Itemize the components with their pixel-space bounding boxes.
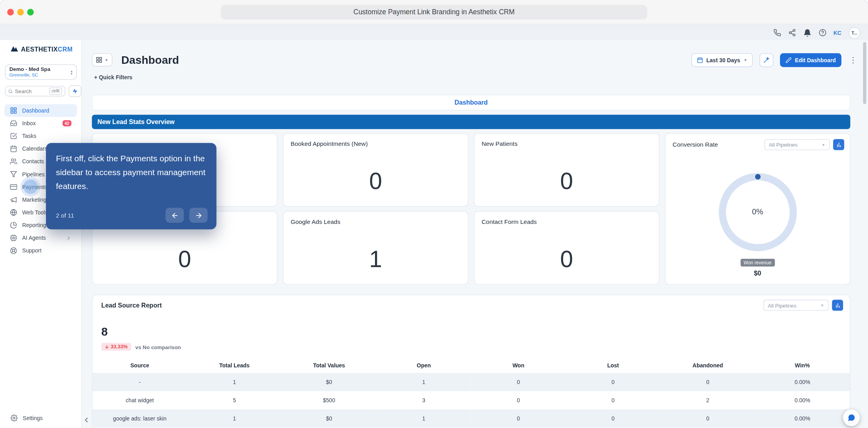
zoom-window-button[interactable]	[27, 9, 34, 15]
table-cell: 0	[566, 373, 661, 391]
tutorial-back-button[interactable]	[166, 208, 184, 223]
inbox-icon	[10, 120, 17, 127]
web-tools-globe-icon	[10, 209, 17, 216]
user-initials-badge[interactable]: KC	[834, 30, 841, 36]
calendar-icon	[10, 145, 17, 152]
tutorial-popover: First off, click the Payments option in …	[46, 143, 217, 229]
edit-dashboard-label: Edit Dashboard	[795, 57, 836, 63]
table-row: - 1 $0 1 0 0 0 0.00%	[92, 373, 849, 391]
table-cell: 0.00%	[755, 373, 850, 391]
column-header: Lost	[566, 358, 661, 373]
table-cell: -	[92, 373, 187, 391]
sidebar-item-label: AI Agents	[22, 235, 46, 241]
table-cell: 5	[187, 391, 282, 409]
app-window: Customize Payment Link Branding in Aesth…	[0, 0, 868, 428]
scrollbar-thumb[interactable]	[863, 42, 866, 104]
magic-wand-button[interactable]	[760, 53, 773, 67]
table-cell: $500	[282, 391, 377, 409]
contacts-users-icon	[10, 158, 17, 165]
main-content: ▼ Dashboard Last 30 Days ▼ Edit Dashboar…	[82, 40, 868, 428]
select-chevrons-icon: ▴▾	[71, 69, 73, 75]
column-header: Total Leads	[187, 358, 282, 373]
collapse-sidebar-button[interactable]	[82, 416, 90, 426]
sidebar-item-label: Pipelines	[22, 171, 45, 177]
notifications-bell-icon[interactable]	[803, 29, 811, 37]
chart-settings-button[interactable]	[832, 300, 843, 311]
pipelines-select-value: All Pipelines	[768, 302, 796, 308]
quick-filters-button[interactable]: + Quick Filters	[94, 74, 133, 80]
sidebar-item-label: Calendars	[22, 146, 48, 152]
stat-value: 0	[92, 246, 277, 273]
sidebar-item-inbox[interactable]: Inbox 42	[4, 117, 77, 130]
table-cell: 0.00%	[755, 391, 850, 409]
stat-title: Google Ads Leads	[291, 218, 341, 225]
table-row: chat widget 5 $500 3 0 0 2 0.00%	[92, 391, 849, 409]
column-header: Total Values	[282, 358, 377, 373]
table-cell: 1	[377, 409, 471, 428]
date-range-label: Last 30 Days	[706, 57, 740, 63]
tutorial-next-button[interactable]	[189, 208, 207, 223]
won-revenue-tooltip: Won revenue	[740, 259, 775, 267]
report-total-leads: 8	[101, 325, 108, 339]
tab-dashboard[interactable]: Dashboard	[455, 99, 488, 106]
table-cell: 0	[471, 409, 566, 428]
chevron-down-icon: ▼	[820, 303, 824, 307]
arrow-left-icon	[171, 211, 179, 219]
chat-widget-button[interactable]	[843, 409, 860, 426]
stat-card-google-ads-leads: Google Ads Leads 1	[283, 211, 468, 285]
tasks-check-icon	[10, 132, 17, 139]
lead-source-report-card: Lead Source Report All Pipelines ▼ 8 33.…	[92, 295, 850, 428]
sidebar-item-label: Tasks	[22, 133, 36, 139]
pipelines-select[interactable]: All Pipelines ▼	[765, 139, 830, 150]
sidebar-item-settings[interactable]: Settings	[11, 411, 43, 424]
change-percent: 33.33%	[111, 344, 128, 350]
search-box[interactable]: ctrlK	[5, 86, 65, 97]
edit-dashboard-button[interactable]: Edit Dashboard	[780, 53, 841, 67]
sidebar-item-support[interactable]: Support	[4, 245, 77, 257]
quick-actions-button[interactable]	[69, 85, 81, 97]
sidebar-item-dashboard[interactable]: Dashboard	[4, 104, 77, 117]
sidebar-item-ai-agents[interactable]: AI Agents	[4, 231, 77, 244]
chevron-right-icon	[66, 235, 71, 241]
minimize-window-button[interactable]	[17, 9, 24, 15]
more-options-kebab-icon[interactable]: ⋮	[849, 56, 857, 64]
column-header: Won	[471, 358, 566, 373]
bar-chart-icon	[836, 141, 841, 147]
table-cell: 0	[566, 391, 661, 409]
column-header: Abandoned	[661, 358, 755, 373]
sidebar-item-tasks[interactable]: Tasks	[4, 130, 77, 142]
help-icon[interactable]	[819, 29, 826, 37]
pipelines-select[interactable]: All Pipelines ▼	[763, 300, 829, 311]
chevron-down-icon: ▼	[822, 143, 826, 147]
table-cell: chat widget	[92, 391, 187, 409]
chart-settings-button[interactable]	[833, 139, 844, 150]
payments-card-icon	[10, 183, 17, 191]
account-avatar[interactable]: T...	[849, 27, 860, 38]
phone-icon[interactable]	[773, 29, 781, 37]
column-header: Open	[377, 358, 471, 373]
top-strip	[0, 25, 868, 40]
arrow-down-icon	[105, 345, 109, 349]
integrations-icon[interactable]	[788, 29, 796, 37]
sidebar-item-label: Reporting	[22, 222, 46, 228]
table-cell: google ads: laser skin	[92, 409, 187, 428]
stat-title: Booked Appointments (New)	[291, 140, 368, 147]
ai-agents-cpu-icon	[10, 234, 17, 241]
date-range-button[interactable]: Last 30 Days ▼	[691, 53, 753, 67]
table-cell: 0	[471, 373, 566, 391]
account-switcher[interactable]: Demo - Med Spa Greenville, SC ▴▾	[5, 64, 77, 80]
window-titlebar: Customize Payment Link Branding in Aesth…	[0, 0, 868, 25]
pipelines-funnel-icon	[10, 171, 17, 178]
column-header: Source	[92, 358, 187, 373]
search-input[interactable]	[15, 88, 47, 94]
dashboard-layout-button[interactable]: ▼	[92, 53, 112, 67]
inbox-unread-badge: 42	[62, 120, 71, 126]
sidebar-item-label: Marketing	[22, 197, 46, 203]
stat-value: 1	[284, 246, 468, 273]
stat-title: New Patients	[482, 140, 518, 147]
table-cell: 1	[377, 373, 471, 391]
conversion-donut-chart: 0%	[713, 168, 802, 257]
close-window-button[interactable]	[7, 9, 14, 15]
table-cell: 3	[377, 391, 471, 409]
pipelines-select-value: All Pipelines	[769, 141, 798, 147]
